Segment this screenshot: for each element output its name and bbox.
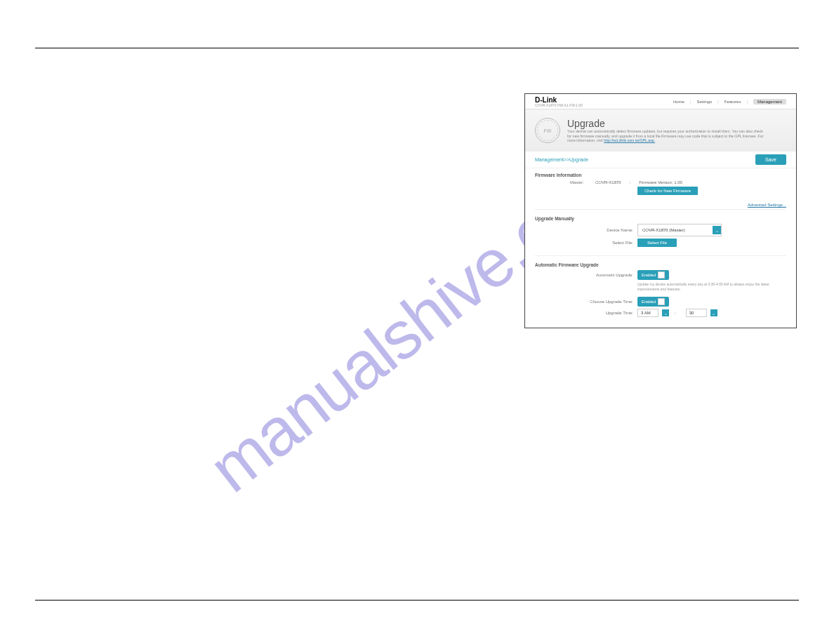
select-file-button[interactable]: Select File xyxy=(637,239,677,247)
fw-info-title: Firmware Information xyxy=(535,173,786,177)
breadcrumb: Management>>Upgrade xyxy=(535,157,588,162)
rule-top xyxy=(35,48,799,48)
nav-sep: | xyxy=(746,100,748,104)
breadcrumb-row: Management>>Upgrade Save xyxy=(525,152,796,168)
gpl-link[interactable]: http://tsd.dlink.com.tw/GPL.asp. xyxy=(604,138,655,142)
upgrade-manually-section: Upgrade Manually Device Name: COVR-X1870… xyxy=(525,212,796,253)
select-file-label: Select File: xyxy=(535,241,633,245)
device-name-value: COVR-X1870 (Master) xyxy=(642,228,685,232)
chevron-down-icon: ⌄ xyxy=(710,309,717,316)
device-name-label: Device Name: xyxy=(535,228,633,232)
master-label: Master: xyxy=(556,180,584,185)
nav-sep: | xyxy=(717,100,719,104)
firmware-icon: FW xyxy=(535,118,560,143)
sep: | xyxy=(630,180,631,185)
upgrade-time-label: Upgrade Time: xyxy=(535,311,633,315)
model-value: COVR-X1870 xyxy=(595,180,621,185)
check-firmware-button[interactable]: Check for New Firmware xyxy=(637,187,698,195)
choose-time-label: Choose Upgrade Time: xyxy=(535,300,633,304)
device-name-select[interactable]: COVR-X1870 (Master) ⌄ xyxy=(637,224,722,236)
rule-bottom xyxy=(35,600,799,601)
ui-header: D-Link COVR-X1870 HW:A1 FW:1.00 Home | S… xyxy=(525,94,796,109)
choose-time-toggle[interactable]: Enabled xyxy=(637,297,669,307)
auto-upgrade-section: Automatic Firmware Upgrade Automatic Upg… xyxy=(525,258,796,323)
divider xyxy=(535,255,786,256)
nav-sep: | xyxy=(690,100,691,104)
upgrade-hour-select[interactable]: 3 AM xyxy=(637,309,658,317)
nav-settings[interactable]: Settings xyxy=(696,100,712,104)
upgrade-hour-value: 3 AM xyxy=(641,311,651,315)
chevron-down-icon: ⌄ xyxy=(662,309,669,316)
hero-banner: FW Upgrade Your device can automatically… xyxy=(525,109,796,152)
nav-management[interactable]: Management xyxy=(753,99,786,105)
upgrade-minute-value: 30 xyxy=(689,311,694,315)
firmware-info-section: Firmware Information Master: COVR-X1870 … xyxy=(525,168,796,201)
router-ui-screenshot: D-Link COVR-X1870 HW:A1 FW:1.00 Home | S… xyxy=(524,93,797,328)
manual-title: Upgrade Manually xyxy=(535,216,786,221)
hero-description: Your device can automatically detect fir… xyxy=(567,129,764,143)
auto-upgrade-toggle[interactable]: Enabled xyxy=(637,270,669,280)
auto-upgrade-note: Update my device automatically every day… xyxy=(637,282,771,291)
save-button[interactable]: Save xyxy=(755,154,786,165)
divider xyxy=(535,209,786,210)
top-nav: Home | Settings | Features | Management xyxy=(673,99,786,105)
advanced-settings-link[interactable]: Advanced Settings... xyxy=(525,203,796,207)
chevron-down-icon: ⌄ xyxy=(713,226,721,234)
nav-features[interactable]: Features xyxy=(724,100,741,104)
auto-title: Automatic Firmware Upgrade xyxy=(535,262,786,267)
time-colon: : xyxy=(675,311,676,315)
hero-title: Upgrade xyxy=(567,118,764,129)
brand-subtitle: COVR-X1870 HW:A1 FW:1.00 xyxy=(535,103,583,107)
auto-upgrade-label: Automatic Upgrade: xyxy=(535,273,633,277)
hero-desc-text: Your device can automatically detect fir… xyxy=(567,129,763,143)
upgrade-minute-select[interactable]: 30 xyxy=(686,309,707,317)
fw-version: Firmware Version: 1.00 xyxy=(639,180,682,185)
nav-home[interactable]: Home xyxy=(673,100,684,104)
